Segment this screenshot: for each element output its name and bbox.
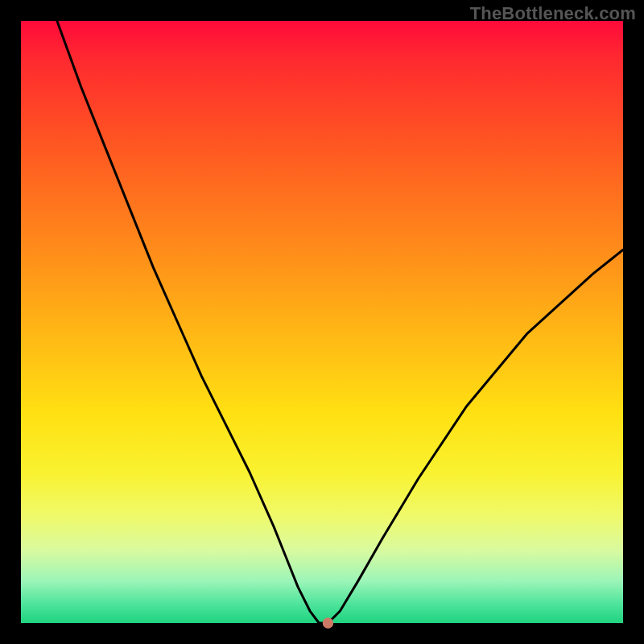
chart-svg: [21, 21, 623, 623]
chart-frame: TheBottleneck.com: [0, 0, 644, 644]
bottleneck-curve: [57, 21, 623, 623]
plot-area: [21, 21, 623, 623]
optimum-marker: [323, 617, 333, 628]
